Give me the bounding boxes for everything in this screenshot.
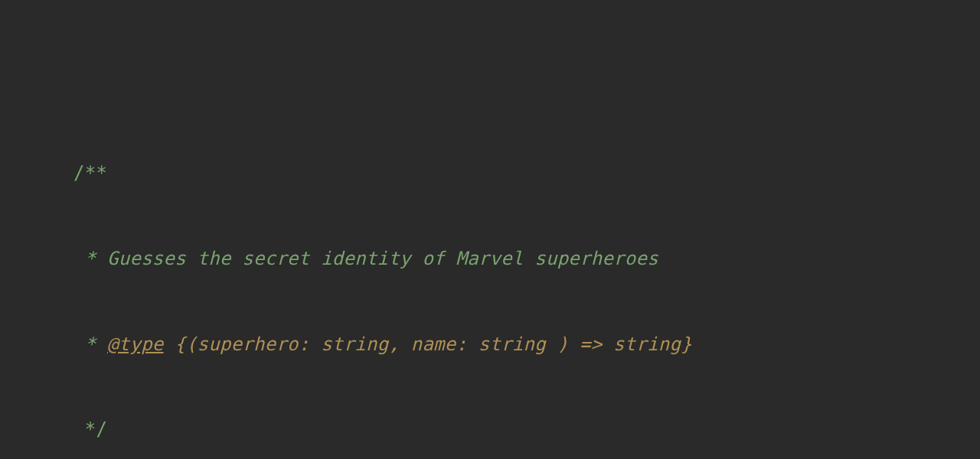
jsdoc-type-signature: {(superhero: string, name: string ) => s…: [164, 334, 692, 355]
code-line[interactable]: * Guesses the secret identity of Marvel …: [74, 245, 980, 273]
code-line[interactable]: * @type {(superhero: string, name: strin…: [74, 330, 980, 359]
code-line[interactable]: */: [74, 415, 980, 444]
jsdoc-star: *: [74, 334, 107, 355]
jsdoc-close: */: [74, 418, 107, 440]
code-editor[interactable]: /** * Guesses the secret identity of Mar…: [0, 0, 980, 459]
jsdoc-open: /**: [74, 162, 107, 184]
jsdoc-tag-type: @type: [107, 334, 163, 355]
jsdoc-star: *: [74, 248, 107, 269]
code-line[interactable]: /**: [74, 159, 980, 187]
jsdoc-desc: Guesses the secret identity of Marvel su…: [107, 248, 658, 269]
